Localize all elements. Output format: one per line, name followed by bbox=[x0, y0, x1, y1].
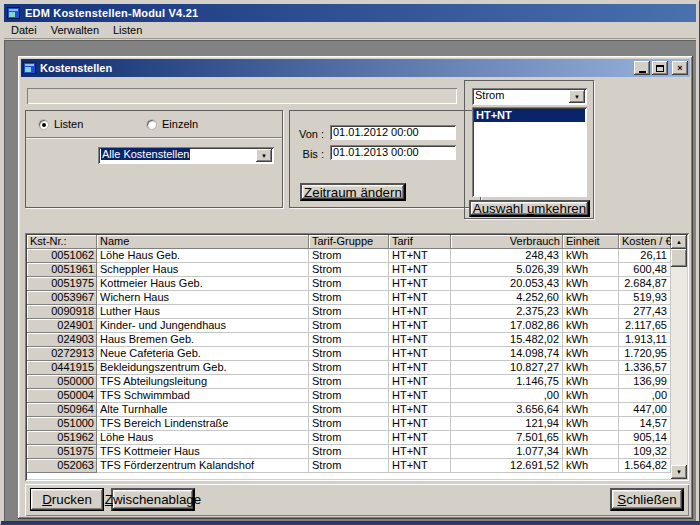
menu-verwalten[interactable]: Verwalten bbox=[44, 23, 106, 37]
chevron-down-icon[interactable]: ▼ bbox=[569, 90, 585, 103]
table-row[interactable]: 050000 TFS Abteilungsleitung Strom HT+NT… bbox=[27, 375, 687, 389]
table-row[interactable]: 0051062 Löhe Haus Geb. Strom HT+NT 248,4… bbox=[27, 249, 687, 263]
tariff-listbox[interactable]: HT+NT bbox=[472, 107, 587, 197]
cell-kosten: 1.336,57 bbox=[619, 361, 671, 375]
close-button[interactable]: × bbox=[672, 61, 688, 75]
cell-kosten: 109,32 bbox=[619, 445, 671, 459]
radio-option-listen[interactable]: Listen bbox=[38, 118, 83, 130]
auswahl-umkehren-button[interactable]: Auswahl umkehren bbox=[469, 200, 590, 217]
table-row[interactable]: 051975 TFS Kottmeier Haus Strom HT+NT 1.… bbox=[27, 445, 687, 459]
table-row[interactable]: 051000 TFS Bereich Lindenstraße Strom HT… bbox=[27, 417, 687, 431]
column-header-kstnr[interactable]: Kst-Nr.: bbox=[27, 235, 97, 249]
scroll-up-icon[interactable]: ▲ bbox=[671, 235, 687, 249]
cell-kstnr[interactable]: 052063 bbox=[27, 459, 97, 473]
cell-kstnr[interactable]: 0051975 bbox=[27, 277, 97, 291]
cell-name: TFS Kottmeier Haus bbox=[97, 445, 309, 459]
table-row[interactable]: 024901 Kinder- und Jungendhaus Strom HT+… bbox=[27, 319, 687, 333]
cell-verbrauch: 7.501,65 bbox=[451, 431, 563, 445]
kostenstellen-titlebar[interactable]: Kostenstellen × bbox=[21, 59, 690, 77]
radio-row: Listen Einzeln bbox=[26, 111, 282, 138]
cell-tarif: HT+NT bbox=[389, 431, 451, 445]
cell-kstnr[interactable]: 050004 bbox=[27, 389, 97, 403]
schliessen-button[interactable]: Schließen bbox=[610, 488, 684, 511]
radio-listen-icon[interactable] bbox=[38, 119, 49, 130]
scrollbar-thumb[interactable] bbox=[671, 249, 687, 267]
cell-name: Wichern Haus bbox=[97, 291, 309, 305]
cell-kstnr[interactable]: 0272913 bbox=[27, 347, 97, 361]
radio-einzeln-label: Einzeln bbox=[162, 118, 198, 130]
drucken-button[interactable]: Drucken bbox=[30, 488, 104, 511]
radio-option-einzeln[interactable]: Einzeln bbox=[146, 118, 198, 130]
menubar: Datei Verwalten Listen bbox=[4, 22, 696, 39]
minimize-icon bbox=[639, 71, 646, 73]
bis-field[interactable]: 01.01.2013 00:00 bbox=[330, 145, 456, 160]
cell-kosten: 277,43 bbox=[619, 305, 671, 319]
table-scrollbar[interactable]: ▲ ▼ bbox=[671, 235, 687, 479]
table-row[interactable]: 0090918 Luther Haus Strom HT+NT 2.375,23… bbox=[27, 305, 687, 319]
cell-kstnr[interactable]: 024901 bbox=[27, 319, 97, 333]
cell-name: Neue Cafeteria Geb. bbox=[97, 347, 309, 361]
von-field[interactable]: 01.01.2012 00:00 bbox=[330, 125, 456, 140]
cell-tarif: HT+NT bbox=[389, 403, 451, 417]
zwischenablage-button[interactable]: Zwischenablage bbox=[111, 488, 195, 511]
table-row[interactable]: 0051975 Kottmeier Haus Geb. Strom HT+NT … bbox=[27, 277, 687, 291]
cell-kosten: 905,14 bbox=[619, 431, 671, 445]
table-row[interactable]: 024903 Haus Bremen Geb. Strom HT+NT 15.4… bbox=[27, 333, 687, 347]
cell-kstnr[interactable]: 050000 bbox=[27, 375, 97, 389]
cell-kosten: 14,57 bbox=[619, 417, 671, 431]
column-header-einheit[interactable]: Einheit bbox=[563, 235, 619, 249]
scroll-down-icon[interactable]: ▼ bbox=[671, 465, 687, 479]
cell-verbrauch: 2.375,23 bbox=[451, 305, 563, 319]
table-row[interactable]: 051962 Löhe Haus Strom HT+NT 7.501,65 kW… bbox=[27, 431, 687, 445]
cell-name: Luther Haus bbox=[97, 305, 309, 319]
table-row[interactable]: 050964 Alte Turnhalle Strom HT+NT 3.656,… bbox=[27, 403, 687, 417]
cell-name: TFS Schwimmbad bbox=[97, 389, 309, 403]
cell-einheit: kWh bbox=[563, 375, 619, 389]
cell-kosten: 519,93 bbox=[619, 291, 671, 305]
radio-einzeln-icon[interactable] bbox=[146, 119, 157, 130]
column-header-tarif[interactable]: Tarif bbox=[389, 235, 451, 249]
table-row[interactable]: 0051961 Scheppler Haus Strom HT+NT 5.026… bbox=[27, 263, 687, 277]
cell-kstnr[interactable]: 0090918 bbox=[27, 305, 97, 319]
zeitraum-aendern-button[interactable]: Zeitraum ändern bbox=[300, 183, 406, 201]
menu-datei[interactable]: Datei bbox=[4, 23, 44, 37]
cell-kosten: 26,11 bbox=[619, 249, 671, 263]
cell-tarif: HT+NT bbox=[389, 445, 451, 459]
menu-listen[interactable]: Listen bbox=[106, 23, 149, 37]
cell-kstnr[interactable]: 050964 bbox=[27, 403, 97, 417]
tariff-dropdown-value: Strom bbox=[472, 88, 567, 105]
column-header-tarifgruppe[interactable]: Tarif-Gruppe bbox=[309, 235, 389, 249]
kostenstellen-scope-dropdown[interactable]: Alle Kostenstellen ▼ bbox=[98, 147, 274, 164]
maximize-button[interactable] bbox=[652, 61, 668, 75]
kostenstellen-window: Kostenstellen × Listen Einzeln bbox=[18, 56, 693, 519]
column-header-name[interactable]: Name bbox=[97, 235, 309, 249]
cell-kstnr[interactable]: 024903 bbox=[27, 333, 97, 347]
cell-kstnr[interactable]: 0051961 bbox=[27, 263, 97, 277]
table-row[interactable]: 0441915 Bekleidungszentrum Geb. Strom HT… bbox=[27, 361, 687, 375]
app-title: EDM Kostenstellen-Modul V4.21 bbox=[25, 7, 198, 19]
table-header-row: Kst-Nr.: Name Tarif-Gruppe Tarif Verbrau… bbox=[27, 235, 687, 249]
tariff-group-dropdown[interactable]: Strom ▼ bbox=[472, 88, 587, 105]
chevron-down-icon[interactable]: ▼ bbox=[256, 149, 272, 162]
cell-tarifgruppe: Strom bbox=[309, 445, 389, 459]
tariff-list-item[interactable]: HT+NT bbox=[474, 109, 585, 122]
cell-verbrauch: 10.827,27 bbox=[451, 361, 563, 375]
column-header-verbrauch[interactable]: Verbrauch bbox=[451, 235, 563, 249]
cell-kstnr[interactable]: 0441915 bbox=[27, 361, 97, 375]
cell-kstnr[interactable]: 0053967 bbox=[27, 291, 97, 305]
cell-name: Bekleidungszentrum Geb. bbox=[97, 361, 309, 375]
cell-kstnr[interactable]: 0051062 bbox=[27, 249, 97, 263]
cell-tarif: HT+NT bbox=[389, 417, 451, 431]
date-range-panel: Von : 01.01.2012 00:00 Bis : 01.01.2013 … bbox=[289, 110, 481, 208]
cell-einheit: kWh bbox=[563, 389, 619, 403]
column-header-kosten[interactable]: Kosten / € bbox=[619, 235, 671, 249]
cell-kstnr[interactable]: 051000 bbox=[27, 417, 97, 431]
table-row[interactable]: 0053967 Wichern Haus Strom HT+NT 4.252,6… bbox=[27, 291, 687, 305]
minimize-button[interactable] bbox=[634, 61, 650, 75]
cell-kstnr[interactable]: 051975 bbox=[27, 445, 97, 459]
table-row[interactable]: 0272913 Neue Cafeteria Geb. Strom HT+NT … bbox=[27, 347, 687, 361]
table-row[interactable]: 052063 TFS Förderzentrum Kalandshof Stro… bbox=[27, 459, 687, 473]
table-row[interactable]: 050004 TFS Schwimmbad Strom HT+NT ,00 kW… bbox=[27, 389, 687, 403]
cell-tarifgruppe: Strom bbox=[309, 431, 389, 445]
cell-kstnr[interactable]: 051962 bbox=[27, 431, 97, 445]
